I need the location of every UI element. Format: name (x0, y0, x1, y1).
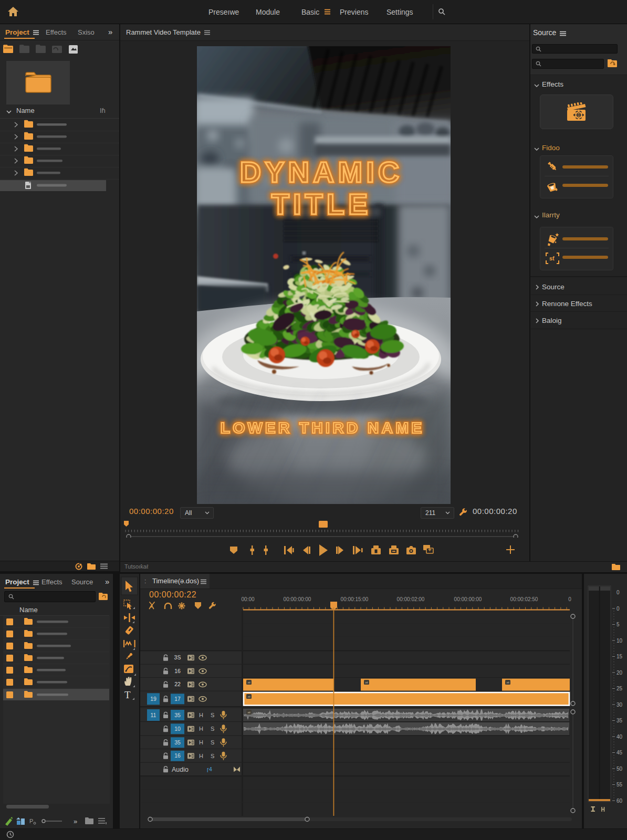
svg-text:19: 19 (150, 696, 156, 702)
svg-text:15: 15 (616, 654, 623, 659)
svg-text:17: 17 (174, 696, 181, 702)
svg-text:0: 0 (616, 590, 620, 595)
svg-text:40: 40 (616, 734, 623, 740)
svg-text:S: S (211, 712, 214, 718)
svg-text:50: 50 (616, 766, 623, 772)
svg-text:S: S (211, 739, 214, 746)
svg-text:10: 10 (174, 726, 181, 732)
svg-text:sƭ: sƭ (549, 255, 555, 261)
svg-text:S: S (211, 753, 214, 759)
svg-text:H: H (199, 712, 203, 718)
svg-text:P: P (29, 818, 33, 824)
svg-text:25: 25 (616, 686, 623, 691)
svg-text:11: 11 (151, 712, 156, 718)
svg-text:20: 20 (616, 670, 623, 676)
svg-text:Audio: Audio (172, 766, 189, 773)
svg-text:5: 5 (616, 622, 620, 627)
svg-text:22: 22 (174, 681, 181, 687)
svg-text:»: » (74, 817, 77, 825)
svg-text:16: 16 (174, 752, 181, 759)
svg-text:3S: 3S (174, 654, 181, 660)
svg-text:H: H (199, 726, 203, 732)
svg-text:16: 16 (174, 668, 181, 674)
svg-text:10: 10 (616, 638, 623, 644)
svg-text:H: H (199, 739, 203, 746)
svg-text:55: 55 (616, 782, 623, 788)
svg-text:H: H (199, 753, 203, 759)
svg-text:35: 35 (616, 718, 623, 723)
svg-text:DYNAMIC: DYNAMIC (240, 155, 403, 188)
svg-text:ɼ4: ɼ4 (207, 766, 212, 772)
svg-text:30: 30 (616, 702, 623, 708)
svg-text:T: T (124, 689, 131, 700)
svg-text:35: 35 (174, 739, 181, 746)
svg-text:TITLE: TITLE (271, 187, 372, 220)
svg-text:S: S (211, 726, 214, 732)
svg-text:60: 60 (616, 798, 623, 804)
svg-text:LOWER THIRD NAME: LOWER THIRD NAME (221, 419, 424, 436)
svg-text:35: 35 (174, 712, 181, 718)
svg-text:0: 0 (616, 606, 620, 612)
svg-text:45: 45 (616, 750, 623, 755)
